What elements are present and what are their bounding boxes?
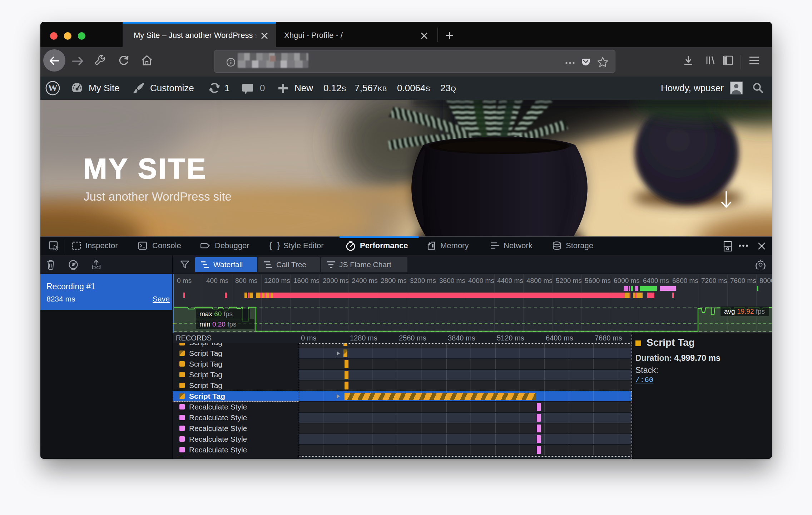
svg-text:W: W: [48, 83, 58, 93]
